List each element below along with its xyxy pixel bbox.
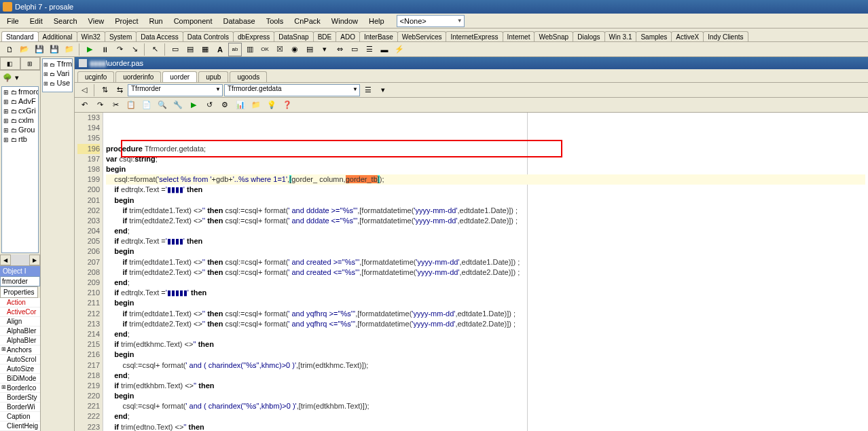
tree-item[interactable]: cxlm xyxy=(2,115,38,125)
code-line[interactable]: csql:=format('select %s from '+gdb+'..%s… xyxy=(106,174,865,185)
menu-edit[interactable]: Edit xyxy=(24,16,48,26)
comp-combo-icon[interactable]: ▾ xyxy=(318,43,331,56)
menu-file[interactable]: File xyxy=(1,16,24,26)
open-project-icon[interactable]: 📁 xyxy=(62,43,76,56)
back-icon[interactable]: ◁ xyxy=(77,83,91,97)
menu-database[interactable]: Database xyxy=(218,16,261,26)
comp-menu-icon[interactable]: ▤ xyxy=(183,43,197,56)
cursor-icon[interactable]: ↖ xyxy=(148,43,162,56)
menu-search[interactable]: Search xyxy=(48,16,83,26)
menu-view[interactable]: View xyxy=(83,16,110,26)
structure-item[interactable]: Vari xyxy=(43,69,72,78)
property-row[interactable]: AlphaBler xyxy=(0,336,40,345)
method-combo[interactable]: Tfrmorder.getdata xyxy=(224,84,360,96)
run-icon[interactable]: ▶ xyxy=(83,43,96,56)
code-line[interactable]: end; xyxy=(106,278,865,288)
menu-cnpack[interactable]: CnPack xyxy=(289,16,326,26)
code-line[interactable]: if trim(edtdate1.Text) <>'' then csql:=c… xyxy=(106,257,865,267)
comp-panel-icon[interactable]: ▬ xyxy=(378,43,391,56)
code-line[interactable]: csql:=csql+ format(' and ( charindex(''%… xyxy=(106,360,865,371)
code-line[interactable]: if trim(edtkhbm.Text) <>'' then xyxy=(106,381,865,391)
editor-tab-uorderinfo[interactable]: uorderinfo xyxy=(115,71,161,82)
property-row[interactable]: AutoSize xyxy=(0,364,40,374)
tree-item[interactable]: Grou xyxy=(2,125,38,134)
comp-groupbox-icon[interactable]: ▭ xyxy=(348,43,361,56)
tree-item[interactable]: frmorder xyxy=(2,87,38,96)
code-line[interactable]: if trim(edtno.Text) <>'' then xyxy=(106,422,865,431)
editor-tab-upub[interactable]: upub xyxy=(198,71,228,82)
property-row[interactable]: BorderWi xyxy=(0,402,40,412)
menu-component[interactable]: Component xyxy=(168,16,218,26)
new-icon[interactable]: 🗋 xyxy=(3,43,16,56)
structure-item[interactable]: Tfrm xyxy=(43,59,72,69)
comp-checkbox-icon[interactable]: ☒ xyxy=(273,43,287,56)
project-tree[interactable]: frmorderAdvFcxGricxlmGrourtb xyxy=(1,86,39,253)
pause-icon[interactable]: ⏸ xyxy=(98,43,111,56)
scroll-right-icon[interactable]: ▶ xyxy=(29,255,40,265)
tb-icon[interactable]: ⚙ xyxy=(218,98,232,112)
code-line[interactable]: if trim(edtdate2.Text) <>'' then csql:=c… xyxy=(106,319,865,329)
comp-popup-icon[interactable]: ▦ xyxy=(198,43,212,56)
code-line[interactable]: csql:=csql+ format(' and ( charindex(''%… xyxy=(106,401,865,411)
code-line[interactable]: end; xyxy=(106,371,865,381)
tb-icon[interactable]: 🔧 xyxy=(171,98,185,112)
comp-label-icon[interactable]: A xyxy=(213,43,227,56)
tb-icon[interactable]: 📄 xyxy=(140,98,153,112)
tb-icon[interactable]: ↶ xyxy=(77,98,91,112)
tb-icon[interactable]: 📁 xyxy=(249,98,263,112)
tb-icon[interactable]: ❓ xyxy=(281,98,294,112)
code-line[interactable]: end; xyxy=(106,411,865,421)
filter-icon[interactable]: ▾ xyxy=(15,73,19,82)
nav-icon[interactable]: ⇅ xyxy=(98,83,111,97)
menu-help[interactable]: Help xyxy=(363,16,390,26)
comp-edit-icon[interactable]: ab xyxy=(228,43,242,56)
tb-icon[interactable]: ✂ xyxy=(109,98,122,112)
palette-tab-dbexpress[interactable]: dbExpress xyxy=(233,31,274,41)
menu-tools[interactable]: Tools xyxy=(261,16,289,26)
nav2-icon[interactable]: ⇆ xyxy=(113,83,126,97)
tb-icon[interactable]: ↺ xyxy=(202,98,216,112)
config-dropdown[interactable]: <None> xyxy=(397,15,465,27)
comp-radiogroup-icon[interactable]: ☰ xyxy=(363,43,376,56)
palette-tab-websnap[interactable]: WebSnap xyxy=(534,31,573,41)
tb-icon[interactable]: 🔍 xyxy=(156,98,169,112)
palette-tab-bde[interactable]: BDE xyxy=(313,31,337,41)
palette-tab-dialogs[interactable]: Dialogs xyxy=(573,31,604,41)
palette-tab-interbase[interactable]: InterBase xyxy=(359,31,398,41)
code-line[interactable]: begin xyxy=(106,246,865,257)
dropdown-icon[interactable]: ▾ xyxy=(376,83,390,97)
tree-item[interactable]: rtb xyxy=(2,134,38,144)
code-line[interactable]: begin xyxy=(106,298,865,308)
tb-icon[interactable]: 📋 xyxy=(124,98,138,112)
palette-tab-samples[interactable]: Samples xyxy=(636,31,672,41)
menu-window[interactable]: Window xyxy=(326,16,363,26)
palette-tab-internetexpress[interactable]: InternetExpress xyxy=(446,31,503,41)
code-line[interactable]: if trim(edtdate1.Text) <>'' then csql:=c… xyxy=(106,309,865,319)
comp-memo-icon[interactable]: ▥ xyxy=(243,43,257,56)
code-editor[interactable]: 1931941951961971981992002012022032042052… xyxy=(75,113,868,431)
property-row[interactable]: ActiveCor xyxy=(0,307,40,317)
property-row[interactable]: Action xyxy=(0,298,40,307)
comp-radio-icon[interactable]: ◉ xyxy=(288,43,302,56)
code-line[interactable]: if trim(edtkhmc.Text) <>'' then xyxy=(106,339,865,350)
palette-tab-data-controls[interactable]: Data Controls xyxy=(183,31,234,41)
properties-tab[interactable]: Properties xyxy=(0,286,38,298)
code-line[interactable]: if trim(edtdate1.Text) <>'' then csql:=c… xyxy=(106,206,865,216)
code-line[interactable]: procedure Tfrmorder.getdata; xyxy=(106,144,865,154)
stepinto-icon[interactable]: ↘ xyxy=(128,43,141,56)
palette-tab-indy-clients[interactable]: Indy Clients xyxy=(703,31,748,41)
panel-tab-2[interactable]: ⊞ xyxy=(20,57,41,70)
code-line[interactable]: begin xyxy=(106,391,865,401)
palette-tab-datasnap[interactable]: DataSnap xyxy=(274,31,313,41)
list-icon[interactable]: ☰ xyxy=(361,83,375,97)
structure-tree[interactable]: TfrmVariUse xyxy=(42,58,73,92)
palette-tab-internet[interactable]: Internet xyxy=(503,31,535,41)
property-row[interactable]: BorderSty xyxy=(0,393,40,402)
tb-icon[interactable]: ▶ xyxy=(187,98,200,112)
comp-frame-icon[interactable]: ▭ xyxy=(168,43,182,56)
property-row[interactable]: ClientHeig xyxy=(0,421,40,431)
property-row[interactable]: AlphaBler xyxy=(0,326,40,336)
save-icon[interactable]: 💾 xyxy=(33,43,46,56)
property-row[interactable]: Caption xyxy=(0,412,40,421)
saveall-icon[interactable]: 💾 xyxy=(48,43,61,56)
